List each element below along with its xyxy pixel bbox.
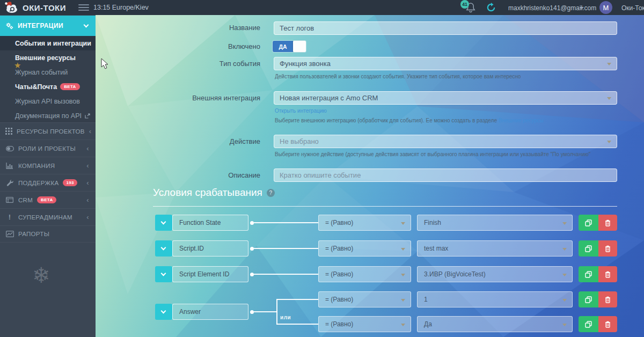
enabled-label: Включено	[96, 42, 260, 50]
condition-value-select[interactable]: Да	[417, 316, 573, 332]
sidebar-item-support[interactable]: ПОДДЕРЖКА 193 ‹	[0, 174, 96, 191]
name-label: Название	[96, 24, 260, 32]
company-name[interactable]: Оки-Токи	[621, 4, 644, 12]
condition-name-select[interactable]: Function State	[172, 215, 248, 231]
beta-badge: BETA	[37, 196, 56, 203]
sidebar-item-company[interactable]: КОМПАНИЯ ‹	[0, 157, 96, 174]
condition-value-select[interactable]: 3.ИВР (BigVoiceTest)	[417, 266, 573, 282]
topbar: ОКИ-ТОКИ 13:15 Europe/Kiev 41 maxkhriste…	[0, 0, 644, 15]
connector-dot	[250, 310, 254, 314]
enabled-toggle[interactable]: ДА	[273, 41, 306, 52]
copy-condition-button[interactable]	[579, 215, 598, 231]
exclamation-icon: !	[5, 213, 14, 221]
integration-hint: Выберите внешнюю интеграцию (обработчик …	[275, 118, 544, 123]
event-type-hint: Действия пользователей и звонки создают …	[275, 74, 521, 79]
star-decoration-icon: ★	[14, 61, 21, 70]
history-icon[interactable]	[486, 3, 496, 12]
condition-name-select[interactable]: Answer	[172, 304, 248, 320]
select-arrow-icon	[607, 141, 611, 143]
select-arrow-icon	[401, 299, 405, 302]
condition-operator-select[interactable]: = (Равно)	[318, 266, 411, 282]
action-select[interactable]: Не выбрано	[274, 135, 617, 148]
logo-text: ОКИ-ТОКИ	[23, 3, 66, 12]
connector-dot	[250, 247, 254, 251]
app-logo[interactable]: ОКИ-ТОКИ	[4, 1, 66, 14]
sidebar-item-integrations[interactable]: ИНТЕГРАЦИИ	[0, 16, 96, 36]
name-input[interactable]	[274, 21, 617, 35]
select-arrow-icon	[401, 248, 405, 251]
help-icon[interactable]: ?	[267, 189, 275, 197]
chevron-down-icon	[84, 23, 89, 28]
conditions-title: Условия срабатывания ?	[153, 187, 275, 199]
condition-operator-select[interactable]: = (Равно)	[318, 291, 411, 307]
delete-condition-button[interactable]	[598, 291, 617, 307]
copy-condition-button[interactable]	[579, 316, 598, 332]
line-chart-icon	[5, 231, 14, 237]
list-icon	[5, 197, 14, 203]
select-arrow-icon	[562, 274, 567, 276]
or-connector-label: или	[280, 314, 291, 320]
main-content: Название Включено ДА Тип события Функция…	[96, 15, 644, 337]
sidebar-item-api-docs[interactable]: Документация по API	[0, 108, 96, 123]
condition-name-select[interactable]: Script Element ID	[172, 266, 248, 282]
chevron-left-icon: ‹	[89, 127, 92, 135]
toggle-knob	[293, 41, 306, 52]
copy-condition-button[interactable]	[579, 240, 598, 257]
delete-condition-button[interactable]	[598, 215, 617, 231]
external-resources-link[interactable]: Внешние ресурсы	[499, 118, 544, 123]
external-link-icon	[85, 113, 90, 119]
description-input[interactable]	[274, 169, 617, 182]
clock-timezone[interactable]: 13:15 Europe/Kiev	[93, 4, 149, 11]
integration-label: Внешняя интеграция	[96, 94, 260, 102]
bar-chart-icon	[5, 163, 14, 169]
notifications-bell-icon[interactable]: 41	[466, 2, 478, 14]
app-window: ОКИ-ТОКИ 13:15 Europe/Kiev 41 maxkhriste…	[0, 0, 644, 337]
support-count-badge: 193	[63, 179, 77, 186]
condition-value-select[interactable]: 1	[417, 291, 573, 307]
condition-value-select[interactable]: test max	[417, 240, 573, 257]
logo-cloud-santa-icon	[4, 1, 19, 14]
delete-condition-button[interactable]	[598, 266, 617, 282]
sidebar-item-crm[interactable]: CRM BETA ‹	[0, 191, 96, 208]
condition-value-select[interactable]: Finish	[417, 215, 573, 231]
avatar[interactable]: M	[599, 1, 612, 14]
condition-name-select[interactable]: Script.ID	[172, 240, 248, 257]
sidebar-item-reports[interactable]: РАПОРТЫ	[0, 225, 96, 243]
sidebar-item-api-log[interactable]: Журнал API вызовов	[0, 94, 96, 108]
delete-condition-button[interactable]	[598, 316, 617, 332]
sidebar-item-superadmin[interactable]: ! СУПЕРАДМИНАМ ‹	[0, 208, 96, 225]
grid-icon	[5, 128, 12, 135]
hamburger-menu-icon[interactable]	[78, 4, 89, 11]
mouse-cursor	[101, 58, 109, 70]
condition-operator-select[interactable]: = (Равно)	[318, 316, 411, 332]
branch-line-top	[276, 299, 318, 300]
wrench-icon	[5, 179, 14, 186]
connector-dot	[250, 221, 254, 225]
delete-condition-button[interactable]	[598, 240, 617, 257]
select-arrow-icon	[607, 63, 611, 65]
description-label: Описание	[96, 171, 260, 179]
condition-expand-button[interactable]	[155, 215, 172, 231]
chevron-left-icon: ‹	[86, 144, 89, 152]
sidebar-item-project-resources[interactable]: РЕСУРСЫ ПРОЕКТОВ ‹	[0, 122, 96, 140]
action-label: Действие	[96, 137, 260, 145]
sidebar-item-chats-mail[interactable]: Чаты&ПочтаBETA	[0, 79, 96, 94]
condition-expand-button[interactable]	[155, 240, 172, 257]
condition-expand-button[interactable]	[155, 304, 172, 320]
copy-condition-button[interactable]	[579, 291, 598, 307]
sidebar-item-roles-projects[interactable]: РОЛИ И ПРОЕКТЫ ‹	[0, 140, 96, 157]
condition-operator-select[interactable]: = (Равно)	[318, 215, 411, 231]
select-arrow-icon	[401, 324, 405, 326]
event-type-label: Тип события	[96, 60, 260, 68]
condition-operator-select[interactable]: = (Равно)	[318, 240, 411, 257]
condition-expand-button[interactable]	[155, 266, 172, 282]
copy-condition-button[interactable]	[579, 266, 598, 282]
integration-select[interactable]: Новая интеграция с Amo CRM	[274, 91, 617, 105]
select-arrow-icon	[562, 248, 567, 251]
select-arrow-icon	[401, 222, 405, 225]
sidebar-item-events-integrations[interactable]: События и интеграции	[0, 36, 96, 50]
select-arrow-icon	[607, 97, 611, 100]
toggle-on-label: ДА	[273, 41, 293, 52]
event-type-select[interactable]: Функция звонка	[274, 57, 617, 70]
open-integration-link[interactable]: Открыть интеграцию	[275, 108, 327, 114]
